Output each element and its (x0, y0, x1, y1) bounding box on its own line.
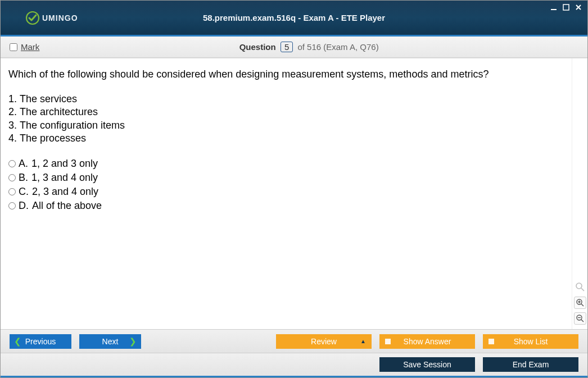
close-icon[interactable] (574, 3, 583, 12)
question-of-text: of 516 (Exam A, Q76) (297, 42, 378, 52)
question-position: Question 5 of 516 (Exam A, Q76) (39, 42, 578, 52)
choice-c[interactable]: C. 2, 3 and 4 only (8, 185, 564, 199)
choice-b[interactable]: B. 1, 3 and 4 only (8, 171, 564, 185)
button-label: Previous (25, 337, 56, 346)
list-item: The services (20, 93, 564, 106)
square-icon (385, 339, 391, 344)
search-icon[interactable] (574, 281, 586, 293)
title-bar: UMINGO 58.premium.exam.516q - Exam A - E… (1, 1, 587, 37)
button-label: Save Session (403, 360, 451, 369)
mark-toggle[interactable]: Mark (10, 42, 39, 52)
button-label: Next (102, 337, 119, 346)
window-title: 58.premium.exam.516q - Exam A - ETE Play… (203, 13, 385, 22)
choice-text: 1, 2 and 3 only (31, 157, 98, 171)
button-label: Review (311, 337, 337, 346)
button-label: Show Answer (404, 337, 451, 346)
chevron-right-icon: ❯ (129, 336, 137, 347)
button-label: End Exam (513, 360, 549, 369)
zoom-in-icon[interactable] (574, 297, 586, 309)
brand-text: UMINGO (42, 13, 78, 22)
question-header: Mark Question 5 of 516 (Exam A, Q76) (1, 37, 587, 58)
previous-button[interactable]: ❮ Previous (10, 334, 71, 349)
choice-letter: B. (19, 171, 28, 185)
checkmark-icon (25, 11, 40, 25)
answer-choices: A. 1, 2 and 3 only B. 1, 3 and 4 only C.… (8, 157, 564, 213)
svg-line-4 (581, 288, 584, 291)
choice-text: 1, 3 and 4 only (31, 171, 98, 185)
choice-d[interactable]: D. All of the above (8, 199, 564, 213)
save-session-button[interactable]: Save Session (379, 357, 475, 372)
choice-radio[interactable] (8, 174, 16, 181)
list-item: The processes (20, 132, 564, 145)
question-content: Which of the following should be conside… (1, 58, 572, 329)
review-button[interactable]: Review ▲ (276, 334, 372, 349)
list-item: The configuration items (20, 119, 564, 132)
choice-a[interactable]: A. 1, 2 and 3 only (8, 157, 564, 171)
question-stem: Which of the following should be conside… (8, 69, 564, 80)
choice-text: All of the above (32, 199, 102, 213)
mark-checkbox[interactable] (10, 43, 17, 51)
svg-rect-2 (563, 4, 569, 10)
question-word: Question (239, 42, 276, 52)
show-answer-button[interactable]: Show Answer (379, 334, 475, 349)
svg-line-6 (581, 304, 584, 306)
window-controls (549, 3, 583, 12)
choice-text: 2, 3 and 4 only (32, 185, 98, 199)
nav-bar: ❮ Previous Next ❯ Review ▲ Show Answer S… (1, 329, 587, 353)
question-items-list: The services The architectures The confi… (20, 93, 564, 145)
choice-letter: A. (19, 157, 28, 171)
choice-radio[interactable] (8, 188, 16, 195)
square-icon (489, 339, 494, 344)
mark-label: Mark (21, 42, 39, 52)
svg-point-3 (576, 283, 582, 289)
choice-letter: C. (19, 185, 29, 199)
choice-radio[interactable] (8, 202, 16, 210)
triangle-up-icon: ▲ (360, 338, 366, 344)
question-number-input[interactable]: 5 (281, 42, 293, 52)
chevron-left-icon: ❮ (14, 336, 21, 347)
choice-radio[interactable] (8, 160, 16, 167)
svg-rect-1 (551, 9, 557, 10)
minimize-icon[interactable] (549, 3, 558, 12)
zoom-tools (572, 58, 587, 329)
svg-line-10 (581, 320, 584, 322)
show-list-button[interactable]: Show List (483, 334, 578, 349)
zoom-out-icon[interactable] (574, 312, 586, 325)
list-item: The architectures (20, 106, 564, 119)
choice-letter: D. (19, 199, 29, 213)
next-button[interactable]: Next ❯ (79, 334, 141, 349)
maximize-icon[interactable] (562, 3, 571, 12)
end-exam-button[interactable]: End Exam (483, 357, 578, 372)
button-label: Show List (514, 337, 548, 346)
end-bar: Save Session End Exam (1, 353, 587, 377)
brand-logo: UMINGO (1, 11, 78, 25)
